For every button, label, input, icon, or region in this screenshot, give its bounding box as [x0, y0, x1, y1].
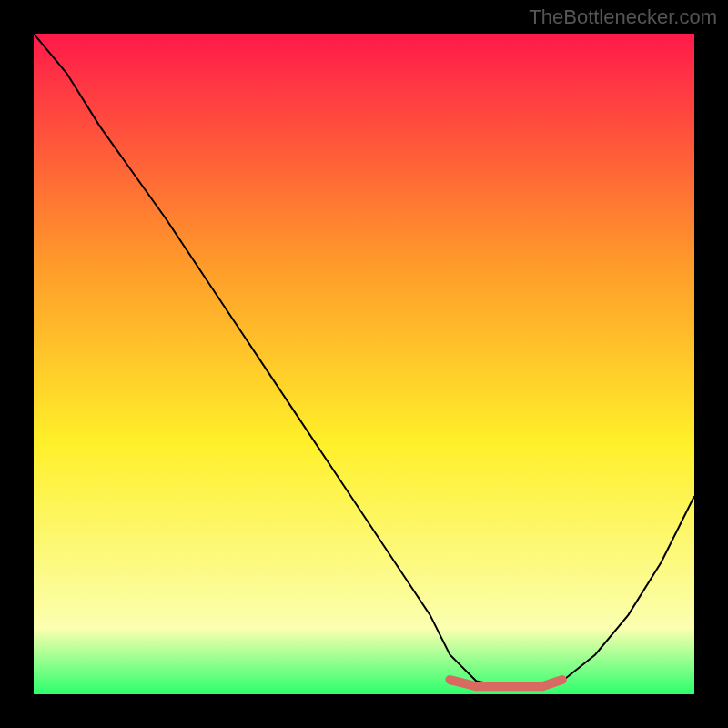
- watermark-text: TheBottlenecker.com: [529, 5, 717, 29]
- plot-area: [34, 34, 694, 694]
- chart-container: TheBottlenecker.com: [0, 0, 728, 728]
- chart-svg: [34, 34, 694, 694]
- gradient-background: [34, 34, 694, 694]
